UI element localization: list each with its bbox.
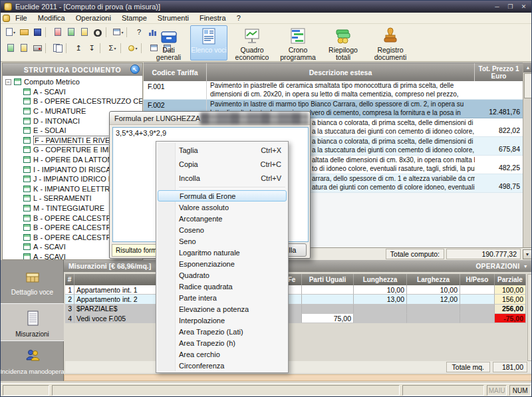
registro-documenti-button[interactable]: Registro documenti (367, 25, 414, 61)
new-document-button[interactable]: ▾ (4, 27, 17, 38)
import-button[interactable] (4, 43, 17, 54)
sum-button[interactable]: Σ▾ (106, 43, 119, 54)
cut-button[interactable] (51, 27, 65, 38)
menu-finestra[interactable]: Finestra (194, 13, 231, 23)
move-top-button[interactable]: ↥ (72, 43, 85, 54)
elenco-voci-button[interactable]: Elenco voci (190, 25, 227, 61)
menu-item-area-trapezio-h[interactable]: Area Trapezio (h) (156, 337, 288, 348)
scrollbar-thumb[interactable] (524, 73, 532, 98)
column-header-hpeso[interactable]: H/Peso (460, 274, 495, 285)
scroll-up-icon[interactable]: ▲ (523, 63, 532, 72)
dettaglio-voce-button[interactable]: Dettaglio voce (1, 262, 64, 303)
misurazioni-panel: Misurazioni [€ 68,96/mq.] OPERAZIONI ▼ #… (64, 260, 532, 381)
paste-button[interactable] (78, 27, 91, 38)
sheet-icon (23, 310, 42, 329)
column-header-codice[interactable]: Codice Tariffa (144, 63, 207, 81)
restore-button[interactable]: ❐ (506, 3, 515, 10)
menu-modifica[interactable]: Modifica (33, 13, 70, 23)
menu-item-interpolazione[interactable]: Interpolazione (156, 315, 288, 326)
column-header-parziale[interactable]: Parziale (495, 274, 526, 285)
crono-programma-button[interactable]: Crono programma (277, 25, 319, 61)
menubar: File Modifica Operazioni Stampe Strument… (1, 13, 531, 24)
menu-stampe[interactable]: Stampe (116, 13, 152, 23)
menu-strumenti[interactable]: Strumenti (152, 13, 194, 23)
column-header-lunghezza[interactable]: Lunghezza (354, 274, 407, 285)
open-button[interactable] (17, 27, 31, 38)
menu-file[interactable]: File (10, 13, 33, 23)
menu-item-radice-quadrata[interactable]: Radice quadrata (156, 281, 288, 292)
column-header-prezzo[interactable]: Tot. Prezzo 1 Euro (475, 63, 523, 81)
menu-item-incolla[interactable]: Incolla Ctrl+V (156, 171, 288, 185)
totale-computo-value: 190.777,32 (446, 249, 521, 259)
print-button[interactable] (31, 43, 44, 54)
operazioni-menu-button[interactable]: OPERAZIONI ▼ (475, 263, 528, 270)
scroll-down-button[interactable]: ▼ (523, 249, 532, 259)
close-button[interactable]: ✕ (519, 3, 528, 10)
node-icon (23, 234, 31, 241)
node-icon (23, 118, 31, 124)
menu-item-area-cerchio[interactable]: Area cerchio (156, 348, 288, 360)
menu-item-circonferenza[interactable]: Circonferenza (156, 360, 288, 371)
column-header-descrizione[interactable]: Descrizione estesa (207, 63, 475, 81)
menu-item-seno[interactable]: Seno (156, 235, 288, 247)
formula-dialog-titlebar[interactable]: Formula per LUNGHEZZA (110, 112, 310, 125)
save-button[interactable] (31, 27, 44, 38)
dati-generali-button[interactable]: Dati generali (150, 25, 188, 61)
menu-item-taglia[interactable]: Taglia Ctrl+X (156, 143, 288, 157)
window-options-button[interactable]: ▾ (112, 27, 125, 38)
menu-item-area-trapezio-lati[interactable]: Area Trapezio (Lati) (156, 326, 288, 337)
table-row[interactable]: F.001 Pavimento in piastrelle di ceramic… (144, 81, 523, 100)
column-header-larghezza[interactable]: Larghezza (407, 274, 460, 285)
vertical-scrollbar[interactable]: ▲ (523, 63, 532, 247)
toolbar-separator (141, 43, 146, 53)
node-icon (23, 127, 31, 134)
menu-item-arcotangente[interactable]: Arcotangente (156, 213, 288, 224)
menu-item-formula-di-erone[interactable]: Formula di Erone (158, 190, 287, 201)
menu-item-quadrato[interactable]: Quadrato (156, 269, 288, 281)
duplicate-button[interactable] (51, 43, 65, 54)
node-icon (23, 176, 31, 182)
column-header-num[interactable]: # (65, 274, 74, 285)
tree-item[interactable]: B - OPERE CALCESTRUZZO CEMENTIZ (3, 96, 142, 106)
toolbar-separator (66, 43, 70, 53)
menu-item-coseno[interactable]: Coseno (156, 224, 288, 235)
menu-item-copia[interactable]: Copia Ctrl+C (156, 157, 288, 171)
copy-button[interactable] (65, 27, 78, 38)
menu-item-parte-intera[interactable]: Parte intera (156, 292, 288, 303)
totale-computo-label: Totale computo: (386, 249, 444, 259)
tree-expander-icon[interactable]: − (5, 79, 11, 85)
menu-operazioni[interactable]: Operazioni (70, 13, 116, 23)
menu-item-esponenziazione[interactable]: Esponenziazione (156, 258, 288, 269)
help-button[interactable]: ? (132, 27, 146, 38)
tree-item[interactable]: A - SCAVI (3, 87, 142, 97)
menu-help[interactable]: ? (231, 13, 246, 23)
node-icon (23, 186, 31, 192)
measurement-row-reference[interactable]: 4 Vedi voce F.005 75,00 -75,00 (65, 314, 526, 323)
toolbar: ▾ ▾ ? ↥ ↧ Σ▾ ▾ (1, 24, 531, 62)
find-button[interactable] (91, 27, 104, 38)
export-button[interactable] (17, 43, 31, 54)
measurement-row[interactable]: 2 Appartamento int. 2 13,00 12,00 156,00 (65, 295, 526, 304)
menu-item-logaritmo-naturale[interactable]: Logaritmo naturale (156, 247, 288, 258)
minimize-button[interactable]: ─ (493, 3, 501, 10)
caps-lock-indicator: MAIU (487, 385, 507, 396)
move-bottom-button[interactable]: ↧ (85, 43, 98, 54)
menu-item-valore-assoluto[interactable]: Valore assoluto (156, 201, 288, 213)
dati-generali-label: Dati generali (150, 47, 187, 61)
measurement-row[interactable]: 1 Appartamento int. 1 10,00 10,00 100,00 (65, 285, 526, 295)
column-header-parti-uguali[interactable]: Parti Uguali (302, 274, 354, 285)
collapse-panel-button[interactable]: ↖ (130, 65, 140, 74)
quadro-economico-button[interactable]: Quadro economico (230, 25, 274, 61)
status-panel (402, 385, 484, 396)
measurements-scrollbar[interactable] (527, 274, 532, 361)
totale-mq-label: Totale mq. (446, 362, 490, 372)
menu-item-elevazione-a-potenza[interactable]: Elevazione a potenza (156, 303, 288, 315)
riepilogo-totali-button[interactable]: Riepilogo totali (322, 25, 364, 61)
tree-root[interactable]: − Computo Metrico (3, 77, 142, 87)
structure-panel-title: STRUTTURA DOCUMENTO (24, 66, 122, 74)
app-icon-small (3, 15, 10, 22)
tools-button[interactable]: ▾ (126, 43, 140, 54)
incidenza-manodopera-button[interactable]: Incidenza manodopera (1, 341, 64, 381)
measurement-row-partial[interactable]: 3 $PARZIALE$ 256,00 (65, 305, 526, 314)
misurazioni-button[interactable]: Misurazioni (1, 303, 64, 341)
